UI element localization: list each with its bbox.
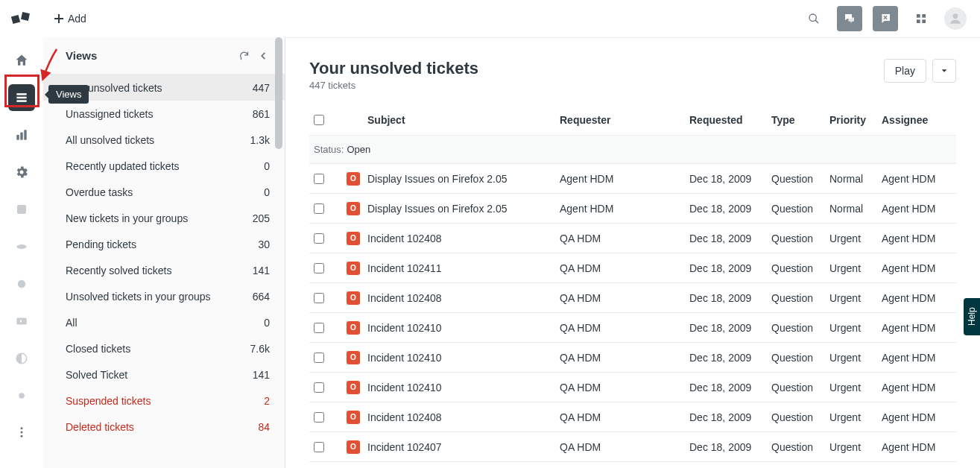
table-row[interactable]: OIncident 102408QA HDMDec 18, 2009Questi…: [309, 402, 956, 432]
row-checkbox[interactable]: [314, 233, 324, 244]
view-row[interactable]: Suspended tickets2: [43, 388, 285, 414]
row-checkbox[interactable]: [314, 293, 324, 303]
play-dropdown-button[interactable]: [932, 59, 956, 83]
views-tooltip: Views: [48, 85, 89, 104]
views-panel-header: Views: [43, 37, 285, 75]
view-row[interactable]: Solved Ticket141: [43, 361, 285, 388]
table-row[interactable]: OIncident 102408QA HDMDec 18, 2009Questi…: [309, 283, 956, 313]
row-checkbox[interactable]: [314, 442, 324, 452]
refresh-views-button[interactable]: [234, 46, 253, 66]
left-rail: [0, 0, 43, 468]
search-button[interactable]: [801, 6, 826, 31]
status-badge: O: [347, 202, 360, 215]
cell-assignee: Agent HDM: [882, 173, 956, 185]
apps-button[interactable]: [908, 6, 934, 31]
table-row[interactable]: OIncident 102407QA HDMDec 18, 2009Questi…: [309, 432, 956, 462]
svg-rect-1: [21, 12, 30, 21]
view-row[interactable]: Closed tickets7.6k: [43, 335, 285, 361]
conversations-button[interactable]: [837, 6, 862, 31]
svg-rect-20: [917, 19, 920, 23]
row-checkbox[interactable]: [314, 174, 324, 184]
row-checkbox[interactable]: [314, 323, 324, 333]
view-row[interactable]: All0: [43, 309, 285, 335]
svg-rect-0: [11, 15, 20, 24]
view-row[interactable]: Recently solved tickets141: [43, 257, 285, 283]
col-assignee[interactable]: Assignee: [882, 114, 956, 126]
cell-subject: Incident 102407: [367, 441, 560, 453]
status-value: Open: [347, 144, 370, 155]
view-label: Pending tickets: [66, 238, 258, 250]
collapse-panel-button[interactable]: [253, 46, 273, 66]
cell-type: Question: [771, 352, 829, 364]
rail-more[interactable]: [8, 419, 35, 446]
view-row[interactable]: Deleted tickets84: [43, 414, 285, 440]
cell-requester: QA HDM: [560, 262, 689, 274]
row-checkbox[interactable]: [314, 382, 324, 393]
rail-admin[interactable]: [8, 159, 35, 186]
table-row[interactable]: OIncident 102408QA HDMDec 18, 2009Questi…: [309, 224, 956, 253]
view-label: New tickets in your groups: [66, 212, 253, 224]
table-row[interactable]: ODisplay Issues on Firefox 2.05Agent HDM…: [309, 194, 956, 224]
view-count: 0: [264, 160, 270, 172]
col-subject[interactable]: Subject: [367, 114, 560, 126]
table-header: Subject Requester Requested Type Priorit…: [309, 104, 956, 136]
talk-button[interactable]: [873, 6, 898, 31]
cell-requester: QA HDM: [560, 233, 689, 244]
cell-requested: Dec 18, 2009: [689, 411, 771, 423]
view-row[interactable]: Overdue tasks0: [43, 179, 285, 205]
view-row[interactable]: Pending tickets30: [43, 231, 285, 257]
view-row[interactable]: Recently updated tickets0: [43, 153, 285, 179]
view-count: 1.3k: [250, 134, 270, 146]
col-requested[interactable]: Requested: [689, 114, 771, 126]
cell-requester: Agent HDM: [560, 203, 689, 215]
play-button[interactable]: Play: [884, 59, 926, 83]
chevron-left-icon: [258, 51, 268, 61]
topbar: Add: [0, 0, 980, 37]
cell-type: Question: [771, 382, 829, 393]
sidepanel-scrollbar[interactable]: [275, 37, 282, 149]
view-count: 141: [253, 265, 270, 276]
table-row[interactable]: OIncident 102410QA HDMDec 18, 2009Questi…: [309, 373, 956, 402]
rail-reporting[interactable]: [8, 121, 35, 148]
rail-app-2[interactable]: [8, 233, 35, 260]
rail-views[interactable]: [8, 84, 35, 111]
row-checkbox[interactable]: [314, 203, 324, 214]
table-row[interactable]: OIncident 102411QA HDMDec 18, 2009Questi…: [309, 462, 956, 468]
view-row[interactable]: All unsolved tickets1.3k: [43, 127, 285, 153]
rail-app-1[interactable]: [8, 196, 35, 223]
rail-app-3[interactable]: [8, 271, 35, 297]
select-all-checkbox[interactable]: [314, 115, 324, 125]
cell-requester: Agent HDM: [560, 173, 689, 185]
view-count: 84: [258, 421, 270, 433]
table-row[interactable]: OIncident 102410QA HDMDec 18, 2009Questi…: [309, 343, 956, 373]
view-count: 141: [253, 369, 270, 381]
help-tab[interactable]: Help: [964, 298, 980, 335]
view-row[interactable]: Unsolved tickets in your groups664: [43, 283, 285, 309]
view-row[interactable]: New tickets in your groups205: [43, 205, 285, 231]
col-priority[interactable]: Priority: [829, 114, 882, 126]
rail-app-6[interactable]: [8, 382, 35, 409]
rail-app-4[interactable]: [8, 308, 35, 335]
view-row[interactable]: Unassigned tickets861: [43, 101, 285, 127]
table-row[interactable]: OIncident 102410QA HDMDec 18, 2009Questi…: [309, 313, 956, 343]
rail-home[interactable]: [8, 47, 35, 74]
status-badge: O: [347, 381, 360, 394]
cell-requester: QA HDM: [560, 352, 689, 364]
add-label: Add: [68, 13, 86, 25]
rail-app-5[interactable]: [8, 345, 35, 372]
add-button[interactable]: Add: [43, 13, 86, 25]
row-checkbox[interactable]: [314, 263, 324, 273]
user-avatar[interactable]: [944, 7, 967, 30]
plus-icon: [54, 14, 63, 23]
status-group-row[interactable]: Status: Open: [309, 136, 956, 164]
col-type[interactable]: Type: [771, 114, 829, 126]
chat-bubbles-icon: [843, 12, 856, 25]
col-requester[interactable]: Requester: [560, 114, 689, 126]
view-label: Suspended tickets: [66, 395, 264, 407]
row-checkbox[interactable]: [314, 352, 324, 363]
table-row[interactable]: OIncident 102411QA HDMDec 18, 2009Questi…: [309, 253, 956, 283]
svg-point-14: [21, 427, 23, 429]
cell-assignee: Agent HDM: [882, 292, 956, 304]
row-checkbox[interactable]: [314, 412, 324, 423]
table-row[interactable]: ODisplay Issues on Firefox 2.05Agent HDM…: [309, 164, 956, 194]
